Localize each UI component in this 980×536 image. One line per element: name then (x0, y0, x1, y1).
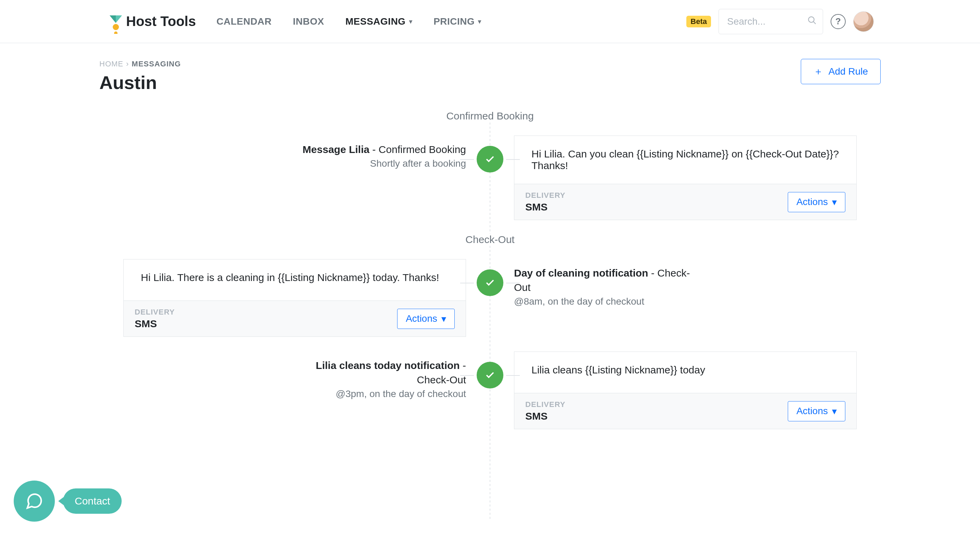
section-confirmed-booking: Confirmed Booking (439, 110, 540, 122)
chevron-down-icon: ▾ (832, 406, 837, 417)
delivery-value: SMS (525, 201, 565, 213)
event-title-rest: - Confirmed Booking (369, 144, 466, 155)
chevron-right-icon: › (126, 60, 129, 68)
timeline-node-check-icon (477, 362, 503, 389)
breadcrumb-messaging[interactable]: MESSAGING (132, 60, 181, 68)
chevron-down-icon: ▾ (441, 313, 446, 325)
search-icon (807, 16, 817, 27)
section-check-out: Check-Out (458, 234, 521, 246)
nav-messaging-label: MESSAGING (345, 16, 406, 27)
top-nav: Host Tools CALENDAR INBOX MESSAGING ▾ PR… (0, 0, 980, 43)
svg-point-2 (809, 17, 814, 22)
actions-label: Actions (406, 313, 437, 324)
nav-messaging[interactable]: MESSAGING ▾ (345, 16, 412, 27)
beta-badge: Beta (686, 16, 711, 27)
actions-button[interactable]: Actions ▾ (788, 401, 845, 421)
chevron-down-icon: ▾ (478, 18, 481, 25)
event-title-strong: Message Lilia (302, 144, 369, 155)
svg-line-3 (813, 22, 816, 24)
delivery-label: DELIVERY (525, 400, 565, 409)
event-title: Day of cleaning notification - Check-Out (514, 266, 692, 295)
nav-pricing-label: PRICING (433, 16, 474, 27)
chevron-down-icon: ▾ (832, 197, 837, 208)
page-title: Austin (99, 72, 881, 93)
delivery-label: DELIVERY (525, 191, 565, 200)
card-footer: DELIVERY SMS Actions ▾ (514, 184, 856, 220)
chevron-down-icon: ▾ (409, 18, 412, 25)
event-row: Hi Lilia. There is a cleaning in {{Listi… (99, 259, 881, 338)
card-footer: DELIVERY SMS Actions ▾ (514, 393, 856, 429)
add-rule-button[interactable]: ＋ Add Rule (801, 59, 881, 84)
actions-button[interactable]: Actions ▾ (397, 309, 455, 329)
brand-logo-icon (110, 16, 122, 28)
event-row: Lilia cleans today notification - Check-… (99, 352, 881, 430)
actions-label: Actions (796, 197, 828, 208)
message-card: Hi Lilia. Can you clean {{Listing Nickna… (514, 136, 857, 220)
breadcrumb-home[interactable]: HOME (99, 60, 123, 68)
actions-label: Actions (796, 406, 828, 417)
nav-right: Beta ? (686, 9, 874, 34)
event-row: Message Lilia - Confirmed Booking Shortl… (99, 136, 881, 220)
event-subtitle: @3pm, on the day of checkout (288, 389, 466, 400)
event-meta: Day of cleaning notification - Check-Out… (514, 259, 692, 307)
event-meta: Lilia cleans today notification - Check-… (288, 352, 466, 400)
delivery-label: DELIVERY (135, 308, 175, 317)
timeline-node-check-icon (477, 270, 503, 296)
chat-launcher-button[interactable] (14, 480, 55, 522)
actions-button[interactable]: Actions ▾ (788, 192, 845, 212)
chat-contact-pill[interactable]: Contact (63, 488, 122, 514)
delivery-value: SMS (135, 318, 175, 330)
timeline-node-check-icon (477, 146, 503, 173)
nav-calendar-label: CALENDAR (216, 16, 272, 27)
brand[interactable]: Host Tools (110, 14, 196, 29)
card-footer: DELIVERY SMS Actions ▾ (124, 301, 466, 336)
event-meta: Message Lilia - Confirmed Booking Shortl… (302, 136, 466, 169)
page-container: HOME › MESSAGING Austin ＋ Add Rule ▾ Con… (99, 43, 881, 521)
timeline: ▾ Confirmed Booking Message Lilia - Conf… (99, 110, 881, 521)
message-card: Lilia cleans {{Listing Nickname}} today … (514, 352, 857, 429)
chat-widget: Contact (14, 480, 122, 522)
message-body: Lilia cleans {{Listing Nickname}} today (514, 352, 856, 393)
brand-name: Host Tools (126, 14, 196, 29)
nav-pricing[interactable]: PRICING ▾ (433, 16, 481, 27)
event-title-strong: Day of cleaning notification (514, 267, 648, 279)
event-title-strong: Lilia cleans today notification (316, 360, 460, 371)
event-title: Message Lilia - Confirmed Booking (302, 143, 466, 157)
search-wrap (719, 9, 823, 34)
event-subtitle: Shortly after a booking (302, 158, 466, 169)
nav-inbox-label: INBOX (293, 16, 324, 27)
nav-calendar[interactable]: CALENDAR (216, 16, 272, 27)
svg-point-1 (114, 32, 118, 34)
help-icon[interactable]: ? (830, 14, 846, 29)
user-avatar[interactable] (853, 11, 874, 32)
message-body: Hi Lilia. Can you clean {{Listing Nickna… (514, 136, 856, 184)
delivery-value: SMS (525, 411, 565, 422)
message-card: Hi Lilia. There is a cleaning in {{Listi… (123, 259, 466, 337)
chat-contact-label: Contact (75, 495, 110, 507)
svg-point-0 (113, 24, 119, 30)
breadcrumb: HOME › MESSAGING (99, 60, 881, 68)
main-nav: CALENDAR INBOX MESSAGING ▾ PRICING ▾ (216, 16, 481, 27)
add-rule-label: Add Rule (829, 66, 868, 77)
nav-inbox[interactable]: INBOX (293, 16, 324, 27)
plus-icon: ＋ (813, 65, 823, 78)
event-title: Lilia cleans today notification - Check-… (288, 358, 466, 387)
event-subtitle: @8am, on the day of checkout (514, 296, 692, 307)
message-body: Hi Lilia. There is a cleaning in {{Listi… (124, 259, 466, 301)
